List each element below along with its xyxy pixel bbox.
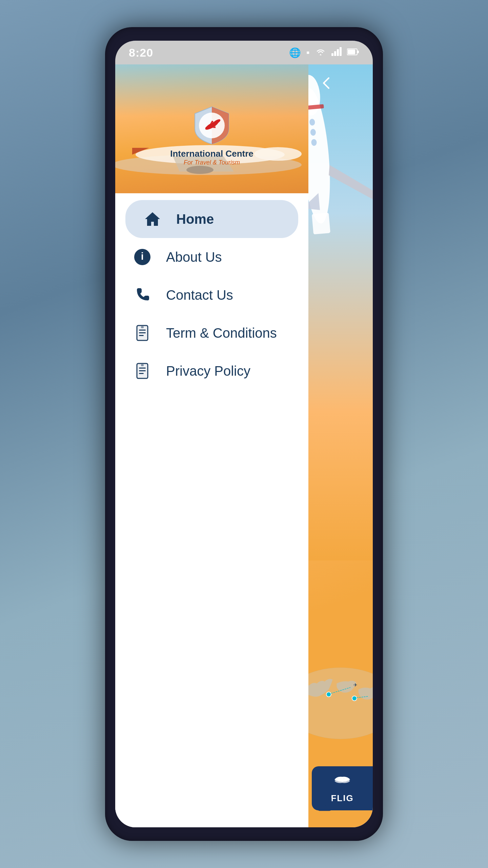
svg-rect-6	[357, 51, 359, 53]
nav-item-terms[interactable]: Term & Conditions	[115, 314, 308, 352]
status-time: 8:20	[129, 46, 153, 59]
phone-screen: 8:20 🌐 ▪	[115, 41, 373, 827]
svg-rect-54	[322, 797, 327, 798]
sky-background	[308, 64, 373, 560]
info-icon: i	[132, 248, 152, 266]
svg-point-47	[352, 696, 357, 701]
nav-label-home: Home	[176, 212, 214, 227]
svg-rect-0	[331, 53, 333, 56]
nav-label-contact: Contact Us	[166, 288, 233, 303]
svg-rect-25	[139, 335, 144, 336]
nav-label-terms: Term & Conditions	[166, 326, 277, 341]
world-icon: 🌐	[289, 47, 301, 58]
sim-icon: ▪	[306, 47, 310, 58]
flight-btn-icon	[334, 773, 351, 790]
status-icons-group: 🌐 ▪	[289, 47, 359, 58]
svg-rect-3	[340, 47, 342, 56]
svg-rect-29	[139, 368, 146, 369]
svg-point-44	[326, 692, 331, 697]
nav-item-home[interactable]: Home	[125, 200, 298, 238]
svg-rect-1	[334, 51, 336, 56]
svg-rect-26	[141, 326, 144, 328]
document-icon	[132, 324, 152, 342]
logo-container: International Centre For Travel & Touris…	[170, 92, 253, 166]
nav-item-about[interactable]: i About Us	[115, 238, 308, 276]
screen-content: International Centre For Travel & Touris…	[115, 64, 373, 827]
drawer-panel: International Centre For Travel & Touris…	[115, 64, 308, 827]
status-bar: 8:20 🌐 ▪	[115, 41, 373, 64]
bottom-phone-icon	[315, 794, 334, 817]
main-plane-svg	[308, 66, 373, 246]
svg-rect-32	[141, 364, 144, 366]
battery-icon	[347, 47, 359, 58]
svg-point-9	[254, 147, 302, 161]
phone-frame: 8:20 🌐 ▪	[105, 27, 383, 841]
nav-menu: Home i About Us	[115, 193, 308, 827]
drawer-header: International Centre For Travel & Touris…	[115, 64, 308, 193]
svg-text:i: i	[141, 251, 144, 262]
svg-rect-53	[318, 797, 331, 810]
nav-item-privacy[interactable]: Privacy Policy	[115, 352, 308, 390]
svg-rect-5	[348, 50, 355, 54]
main-panel: ✈	[308, 64, 373, 827]
svg-rect-30	[139, 370, 146, 371]
svg-rect-24	[139, 332, 146, 333]
nav-label-about: About Us	[166, 250, 222, 265]
svg-point-43	[308, 668, 373, 739]
privacy-icon	[132, 362, 152, 380]
svg-marker-38	[328, 161, 373, 205]
signal-icon	[331, 47, 342, 58]
logo-emblem	[191, 105, 232, 146]
svg-point-12	[186, 166, 214, 174]
back-button[interactable]	[319, 75, 336, 96]
wifi-icon	[315, 47, 326, 58]
world-map-section: ✈	[308, 634, 373, 753]
svg-rect-35	[312, 213, 330, 234]
nav-label-privacy: Privacy Policy	[166, 363, 250, 379]
phone-icon	[132, 286, 152, 304]
svg-rect-2	[337, 49, 339, 56]
bottom-contact-bar: 02	[315, 794, 355, 817]
nav-item-contact[interactable]: Contact Us	[115, 276, 308, 314]
logo-subtitle: For Travel & Tourism	[170, 159, 253, 166]
svg-text:✈: ✈	[353, 682, 358, 688]
home-icon	[142, 210, 163, 228]
logo-title: International Centre	[170, 149, 253, 159]
bottom-number: 02	[341, 798, 355, 813]
svg-rect-31	[139, 373, 144, 374]
logo-text-container: International Centre For Travel & Touris…	[170, 149, 253, 166]
svg-rect-23	[139, 330, 146, 331]
